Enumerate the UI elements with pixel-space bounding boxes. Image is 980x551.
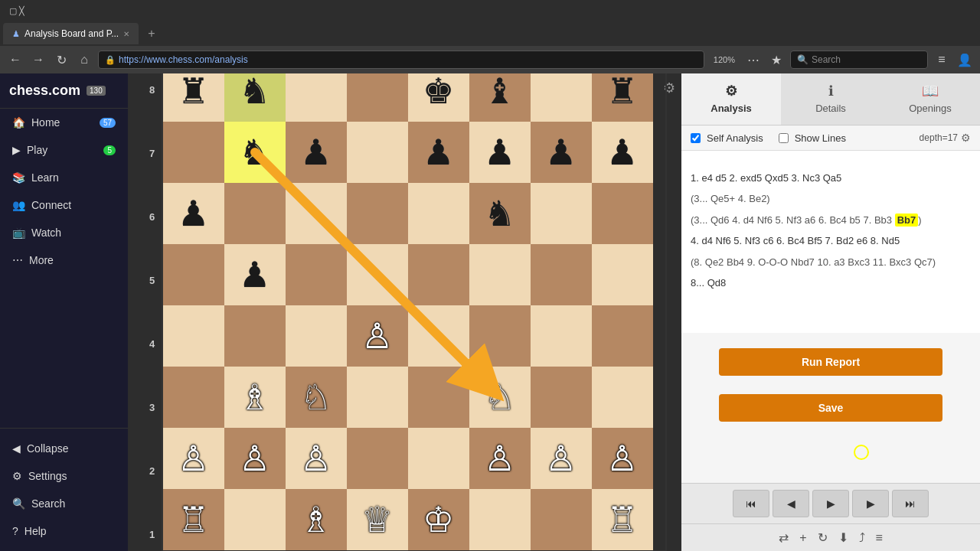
refresh-button[interactable]: ↻: [52, 53, 70, 67]
chess-board[interactable]: ♜♞♚♝♜♞♟♟♟♟♟♟♞♟♙♗♘♘♙♙♙♙♙♙♖♗♕♔♖: [162, 73, 667, 551]
cell-c1[interactable]: ♗: [286, 489, 347, 550]
sidebar-item-watch[interactable]: 📺 Watch: [0, 219, 128, 246]
flip-board-button[interactable]: ⇄: [776, 529, 792, 546]
cell-b4[interactable]: [224, 305, 286, 367]
add-button[interactable]: +: [796, 530, 809, 546]
cell-c5[interactable]: [286, 244, 347, 305]
cell-g8[interactable]: [531, 73, 592, 122]
tab-close[interactable]: ✕: [123, 30, 129, 38]
cell-d5[interactable]: [347, 244, 408, 305]
cell-g2[interactable]: ♙: [531, 428, 592, 489]
sidebar-item-collapse[interactable]: ◀ Collapse: [0, 435, 128, 462]
cell-g3[interactable]: [531, 367, 592, 428]
cell-h6[interactable]: [592, 183, 653, 244]
reset-button[interactable]: ↻: [815, 529, 831, 546]
cell-b1[interactable]: [224, 489, 286, 550]
cell-g7[interactable]: ♟: [531, 122, 592, 183]
cell-b7[interactable]: ♞: [224, 122, 286, 183]
cell-b2[interactable]: ♙: [224, 428, 286, 489]
save-button[interactable]: Save: [719, 394, 943, 422]
cell-f6[interactable]: ♞: [469, 183, 531, 244]
cell-d2[interactable]: [347, 428, 408, 489]
sidebar-item-play[interactable]: ▶ Play 5: [0, 136, 128, 164]
self-analysis-label[interactable]: Self Analysis: [707, 132, 763, 144]
cell-e5[interactable]: [408, 244, 469, 305]
cell-a4[interactable]: [163, 305, 224, 367]
cell-f5[interactable]: [469, 244, 531, 305]
cell-g1[interactable]: [531, 489, 592, 550]
active-tab[interactable]: ♟ Analysis Board and P... ✕: [3, 23, 139, 44]
cell-e4[interactable]: [408, 305, 469, 367]
cell-d1[interactable]: ♕: [347, 489, 408, 550]
prev-move-button[interactable]: ◀: [773, 490, 809, 517]
sidebar-item-settings[interactable]: ⚙ Settings: [0, 462, 128, 490]
depth-settings-icon[interactable]: ⚙: [961, 132, 971, 144]
profile-button[interactable]: 👤: [956, 53, 974, 67]
cell-c2[interactable]: ♙: [286, 428, 347, 489]
cell-h7[interactable]: ♟: [592, 122, 653, 183]
cell-d8[interactable]: [347, 73, 408, 122]
cell-h8[interactable]: ♜: [592, 73, 653, 122]
sidebar-item-help[interactable]: ? Help: [0, 517, 128, 545]
cell-f1[interactable]: [469, 489, 531, 550]
cell-c8[interactable]: [286, 73, 347, 122]
more-tools-button[interactable]: ≡: [873, 530, 886, 546]
forward-button[interactable]: →: [29, 53, 47, 67]
cell-a3[interactable]: [163, 367, 224, 428]
cell-b6[interactable]: [224, 183, 286, 244]
bookmark-button[interactable]: ★: [767, 53, 786, 67]
cell-f7[interactable]: ♟: [469, 122, 531, 183]
sidebar-item-home[interactable]: 🏠 Home 57: [0, 109, 128, 136]
cell-b3[interactable]: ♗: [224, 367, 286, 428]
cell-c3[interactable]: ♘: [286, 367, 347, 428]
cell-d3[interactable]: [347, 367, 408, 428]
sidebar-item-connect[interactable]: 👥 Connect: [0, 191, 128, 219]
sidebar-item-search[interactable]: 🔍 Search: [0, 490, 128, 517]
cell-h2[interactable]: ♙: [592, 428, 653, 489]
cell-f3[interactable]: ♘: [469, 367, 531, 428]
cell-d4[interactable]: ♙: [347, 305, 408, 367]
new-tab-button[interactable]: +: [142, 27, 161, 41]
cell-f2[interactable]: ♙: [469, 428, 531, 489]
cell-c6[interactable]: [286, 183, 347, 244]
tab-details[interactable]: ℹ Details: [781, 73, 880, 125]
cell-a2[interactable]: ♙: [163, 428, 224, 489]
cell-d6[interactable]: [347, 183, 408, 244]
cell-h4[interactable]: [592, 305, 653, 367]
extensions-button[interactable]: ⋯: [744, 53, 763, 67]
first-move-button[interactable]: ⏮: [733, 490, 769, 517]
cell-g6[interactable]: [531, 183, 592, 244]
menu-button[interactable]: ≡: [933, 53, 951, 67]
cell-a8[interactable]: ♜: [163, 73, 224, 122]
download-button[interactable]: ⬇: [835, 529, 851, 546]
cell-a6[interactable]: ♟: [163, 183, 224, 244]
cell-e2[interactable]: [408, 428, 469, 489]
cell-e6[interactable]: [408, 183, 469, 244]
cell-e7[interactable]: ♟: [408, 122, 469, 183]
home-button[interactable]: ⌂: [75, 53, 93, 67]
url-bar[interactable]: 🔒 https://www.chess.com/analysis: [98, 51, 704, 69]
self-analysis-checkbox[interactable]: [691, 133, 701, 143]
cell-e8[interactable]: ♚: [408, 73, 469, 122]
last-move-button[interactable]: ⏭: [892, 490, 929, 517]
cell-f4[interactable]: [469, 305, 531, 367]
tab-analysis[interactable]: ⚙ Analysis: [681, 73, 781, 125]
share-button[interactable]: ⤴: [856, 530, 868, 546]
cell-e1[interactable]: ♔: [408, 489, 469, 550]
cell-a7[interactable]: [163, 122, 224, 183]
next-move-button[interactable]: ▶: [852, 490, 889, 517]
cell-f8[interactable]: ♝: [469, 73, 531, 122]
browser-search[interactable]: 🔍 Search: [790, 51, 928, 69]
cell-a1[interactable]: ♖: [163, 489, 224, 550]
tab-openings[interactable]: 📖 Openings: [880, 73, 980, 125]
cell-g5[interactable]: [531, 244, 592, 305]
cell-h5[interactable]: [592, 244, 653, 305]
show-lines-checkbox[interactable]: [779, 133, 789, 143]
sidebar-item-learn[interactable]: 📚 Learn: [0, 164, 128, 191]
cell-d7[interactable]: [347, 122, 408, 183]
show-lines-label[interactable]: Show Lines: [795, 132, 846, 144]
cell-e3[interactable]: [408, 367, 469, 428]
cell-h1[interactable]: ♖: [592, 489, 653, 550]
back-button[interactable]: ←: [6, 53, 24, 67]
cell-b8[interactable]: ♞: [224, 73, 286, 122]
